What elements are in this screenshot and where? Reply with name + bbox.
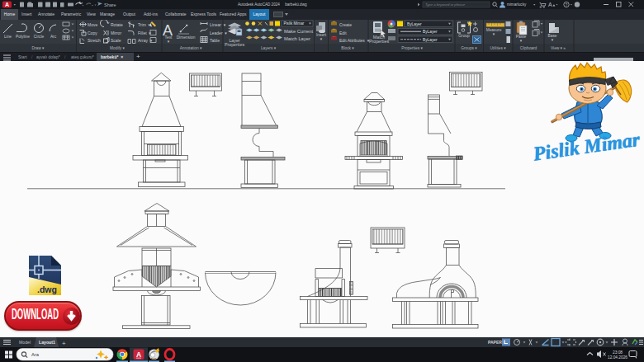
svg-text:Type a keyword or phrase: Type a keyword or phrase [425, 2, 466, 7]
svg-text:Make Current: Make Current [284, 29, 314, 34]
svg-text:?: ? [566, 2, 568, 7]
svg-text:.dwg: .dwg [37, 284, 57, 294]
svg-text:mimarlucky: mimarlucky [507, 2, 527, 7]
svg-text:12.04.2026: 12.04.2026 [608, 355, 627, 360]
svg-text:23:08: 23:08 [613, 350, 623, 355]
svg-text:Model: Model [19, 340, 31, 345]
svg-text:+: + [62, 340, 66, 347]
svg-text:A: A [548, 2, 552, 7]
svg-text:Layout1: Layout1 [39, 340, 55, 345]
svg-text:A: A [5, 2, 9, 7]
svg-text:Ara: Ara [31, 352, 40, 357]
svg-text:Autodesk AutoCAD 2024 barb: Autodesk AutoCAD 2024 barbekü.dwg [238, 2, 307, 7]
svg-text:ByLayer: ByLayer [423, 38, 438, 42]
svg-text:PAPER: PAPER [488, 340, 502, 345]
svg-text:Match Layer: Match Layer [284, 36, 310, 41]
svg-text:Pislik Mimar: Pislik Mimar [284, 21, 305, 26]
svg-text:ByLayer: ByLayer [423, 30, 438, 34]
svg-text:Share: Share [104, 2, 116, 7]
svg-text:ByLayer: ByLayer [407, 22, 422, 26]
